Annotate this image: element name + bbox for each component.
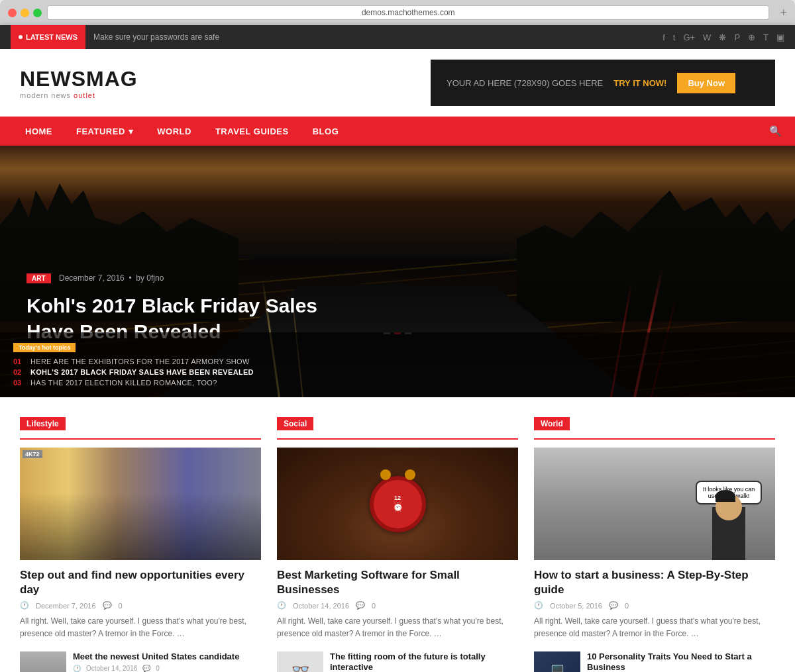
clock-icon-1: 🕐 xyxy=(20,601,29,610)
world-article-meta: 🕐 October 5, 2016 💬 0 xyxy=(534,601,775,610)
small-article-3: 💻 10 Personality Traits You Need to Star… xyxy=(534,651,775,672)
small-article-1-meta: 🕐 October 14, 2016 💬 0 xyxy=(73,665,239,672)
lifestyle-category-label[interactable]: Lifestyle xyxy=(20,417,66,430)
website: Latest News Make sure your passwords are… xyxy=(0,25,795,672)
pinterest-icon[interactable]: P xyxy=(734,32,740,42)
url-text: demos.machothemes.com xyxy=(362,8,455,17)
twitter-icon[interactable]: t xyxy=(673,32,676,42)
small-article-1: Meet the newest United States candidate … xyxy=(20,651,261,672)
social-article-meta: 🕐 October 14, 2016 💬 0 xyxy=(277,601,518,610)
hot-topics-badge: Today's hot topics xyxy=(13,343,76,352)
site-logo[interactable]: NEWSMAG xyxy=(20,67,138,91)
social-excerpt: All right. Well, take care yourself. I g… xyxy=(277,615,518,640)
small-article-2-content: The fitting room of the future is totall… xyxy=(330,651,518,672)
small-article-3-content: 10 Personality Traits You Need to Start … xyxy=(587,651,775,672)
hot-topic-text-1: HERE ARE THE EXHIBITORS FOR THE 2017 ARM… xyxy=(30,358,250,365)
googleplus-icon[interactable]: G+ xyxy=(683,32,695,42)
address-bar[interactable]: demos.machothemes.com xyxy=(47,5,769,20)
small-article-1-content: Meet the newest United States candidate … xyxy=(73,651,239,672)
small-article-2-title[interactable]: The fitting room of the future is totall… xyxy=(330,651,518,672)
comment-icon-3: 💬 xyxy=(609,601,618,610)
latest-news-label: Latest News xyxy=(26,33,78,41)
world-comments: 0 xyxy=(625,602,629,610)
chevron-down-icon: ▾ xyxy=(129,126,134,136)
browser-titlebar: demos.machothemes.com + xyxy=(0,5,795,25)
hot-topic-3: 03 Has the 2017 election killed romance,… xyxy=(13,379,782,387)
lifestyle-article-meta: 🕐 December 7, 2016 💬 0 xyxy=(20,601,261,610)
world-excerpt: All right. Well, take care yourself. I g… xyxy=(534,615,775,640)
search-icon[interactable]: 🔍 xyxy=(769,125,782,137)
ad-text: YOUR AD HERE (728X90) GOES HERE xyxy=(447,78,603,88)
hot-topic-text-3: Has the 2017 election killed romance, to… xyxy=(30,379,217,387)
logo-area: NEWSMAG modern news outlet xyxy=(20,67,138,99)
small-article-3-image: 💻 xyxy=(534,651,580,672)
world-small-articles: 💻 10 Personality Traits You Need to Star… xyxy=(534,651,775,672)
lifestyle-comments: 0 xyxy=(119,602,123,610)
ad-buy-button[interactable]: Buy Now xyxy=(677,73,735,93)
github-icon[interactable]: ⊕ xyxy=(748,32,755,42)
wordpress-icon[interactable]: W xyxy=(703,32,711,42)
close-button[interactable] xyxy=(8,9,17,17)
minimize-button[interactable] xyxy=(21,9,29,17)
browser-window: demos.machothemes.com + Latest News Make… xyxy=(0,0,795,672)
small-article-3-title[interactable]: 10 Personality Traits You Need to Start … xyxy=(587,651,775,672)
article-grid: Lifestyle 4K72 Step out and find new opp… xyxy=(20,417,775,672)
nav-featured[interactable]: FEATURED ▾ xyxy=(64,117,145,146)
world-article-title[interactable]: How to start a business: A Step-By-Step … xyxy=(534,568,775,597)
hot-topic-2: 02 Kohl's 2017 Black Friday Sales Have B… xyxy=(13,368,782,376)
small-article-2-image: 👓 xyxy=(277,651,323,672)
small-article-1-title[interactable]: Meet the newest United States candidate xyxy=(73,651,239,663)
top-bar: Latest News Make sure your passwords are… xyxy=(0,25,795,49)
ad-banner[interactable]: YOUR AD HERE (728X90) GOES HERE TRY IT N… xyxy=(431,60,775,106)
main-content: Lifestyle 4K72 Step out and find new opp… xyxy=(0,397,795,672)
new-tab-button[interactable]: + xyxy=(780,6,787,20)
lifestyle-date: December 7, 2016 xyxy=(36,602,96,610)
hero-bottom-bar: Today's hot topics 01 HERE ARE THE EXHIB… xyxy=(0,332,795,397)
small-clock-icon-1: 🕐 xyxy=(73,665,81,672)
nav-home[interactable]: HOME xyxy=(13,117,64,146)
ad-try-text: TRY IT NOW! xyxy=(613,78,666,88)
hot-topic-1: 01 HERE ARE THE EXHIBITORS FOR THE 2017 … xyxy=(13,358,782,365)
latest-news-button[interactable]: Latest News xyxy=(11,25,85,49)
site-tagline: modern news outlet xyxy=(20,91,138,99)
hero-category-tag: ART xyxy=(26,273,51,283)
hot-topic-num-2: 02 xyxy=(13,368,24,376)
article-col-lifestyle: Lifestyle 4K72 Step out and find new opp… xyxy=(20,417,261,672)
social-category-header: Social xyxy=(277,417,518,440)
lifestyle-article-image: 4K72 xyxy=(20,448,261,560)
facebook-icon[interactable]: f xyxy=(662,32,665,42)
comment-icon-2: 💬 xyxy=(356,601,365,610)
hot-topic-num-1: 01 xyxy=(13,358,24,365)
nav-blog[interactable]: BLOG xyxy=(301,117,351,146)
social-comments: 0 xyxy=(372,602,376,610)
small-comment-icon-1: 💬 xyxy=(142,665,150,672)
ticker-dot xyxy=(19,35,23,39)
social-article-title[interactable]: Best Marketing Software for Small Busine… xyxy=(277,568,518,597)
comment-icon-1: 💬 xyxy=(103,601,112,610)
maximize-button[interactable] xyxy=(33,9,42,17)
nav-world[interactable]: WORLD xyxy=(145,117,203,146)
world-category-header: World xyxy=(534,417,775,440)
lifestyle-article-title[interactable]: Step out and find new opportunities ever… xyxy=(20,568,261,597)
social-date: October 14, 2016 xyxy=(293,602,349,610)
social-article-image: 12 ⏰ xyxy=(277,448,518,560)
nav-travel-guides[interactable]: TRAVEL GUIDES xyxy=(203,117,301,146)
article-col-social: Social 12 ⏰ xyxy=(277,417,518,672)
social5-icon[interactable]: ❋ xyxy=(719,32,726,42)
social9-icon[interactable]: ▣ xyxy=(776,32,784,42)
tumblr-icon[interactable]: T xyxy=(763,32,768,42)
social-category-label[interactable]: Social xyxy=(277,417,313,430)
lifestyle-category-header: Lifestyle xyxy=(20,417,261,440)
clock-icon-3: 🕐 xyxy=(534,601,543,610)
world-category-label[interactable]: World xyxy=(534,417,570,430)
clock-icon-2: 🕐 xyxy=(277,601,286,610)
article-col-world: World It looks like you can use a silly … xyxy=(534,417,775,672)
social-small-articles: 👓 The fitting room of the future is tota… xyxy=(277,651,518,672)
lifestyle-small-articles: Meet the newest United States candidate … xyxy=(20,651,261,672)
world-date: October 5, 2016 xyxy=(550,602,602,610)
lifestyle-excerpt: All right. Well, take care yourself. I g… xyxy=(20,615,261,640)
world-article-image: It looks like you can use a silly walk! xyxy=(534,448,775,560)
ticker-text: Make sure your passwords are safe xyxy=(93,32,662,42)
site-header: NEWSMAG modern news outlet YOUR AD HERE … xyxy=(0,49,795,117)
main-nav: HOME FEATURED ▾ WORLD TRAVEL GUIDES BLOG… xyxy=(0,117,795,146)
